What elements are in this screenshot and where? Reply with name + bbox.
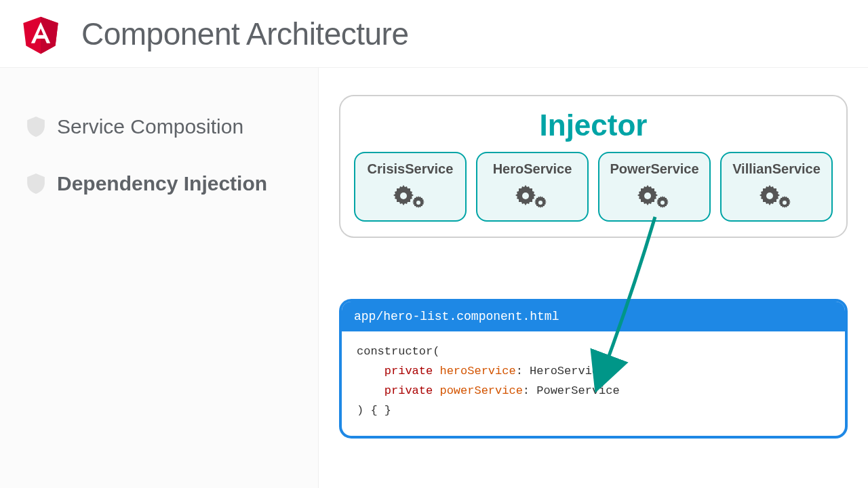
service-card-crisis: CrisisService: [354, 152, 467, 222]
service-name: CrisisService: [358, 161, 462, 177]
injector-panel: Injector CrisisService: [339, 95, 848, 238]
code-id: heroService: [439, 365, 515, 378]
sidebar-item-label: Service Composition: [57, 115, 243, 138]
svg-point-7: [660, 201, 665, 205]
body: Service Composition Dependency Injection…: [0, 68, 868, 488]
svg-point-2: [400, 192, 407, 199]
code-line-3: ) { }: [357, 404, 391, 417]
code-body: constructor( private heroService: HeroSe…: [342, 331, 845, 436]
code-line-0: constructor(: [357, 345, 439, 358]
code-kw: private: [384, 384, 433, 397]
service-name: VillianService: [724, 161, 829, 177]
service-name: HeroService: [480, 161, 585, 177]
gears-icon: [756, 201, 797, 213]
svg-point-9: [783, 201, 787, 205]
code-filename: app/hero-list.component.html: [342, 302, 845, 331]
code-panel: app/hero-list.component.html constructor…: [339, 299, 848, 439]
service-card-power: PowerService: [598, 152, 711, 222]
main-content: Injector CrisisService: [319, 68, 868, 488]
code-id: powerService: [439, 384, 522, 397]
code-rest: : PowerService: [523, 384, 620, 397]
svg-point-4: [522, 192, 529, 199]
services-row: CrisisService HeroService: [354, 152, 833, 222]
code-kw: private: [384, 365, 433, 378]
service-card-villian: VillianService: [720, 152, 833, 222]
svg-point-3: [416, 201, 420, 205]
page-title: Component Architecture: [81, 16, 409, 52]
gears-icon: [390, 201, 431, 213]
gears-icon: [512, 201, 553, 213]
sidebar-item-label: Dependency Injection: [57, 172, 267, 195]
svg-point-8: [766, 192, 773, 199]
header: Component Architecture: [0, 0, 868, 68]
service-name: PowerService: [602, 161, 707, 177]
code-rest: : HeroService,: [516, 365, 613, 378]
sidebar: Service Composition Dependency Injection: [0, 68, 319, 488]
svg-point-5: [538, 201, 542, 205]
injector-title: Injector: [354, 108, 833, 142]
shield-icon: [27, 174, 45, 194]
gears-icon: [634, 201, 675, 213]
sidebar-item-service-composition[interactable]: Service Composition: [27, 115, 291, 138]
angular-logo-icon: [20, 14, 61, 54]
service-card-hero: HeroService: [476, 152, 589, 222]
sidebar-item-dependency-injection[interactable]: Dependency Injection: [27, 172, 291, 195]
shield-icon: [27, 117, 45, 137]
svg-point-6: [644, 192, 651, 199]
